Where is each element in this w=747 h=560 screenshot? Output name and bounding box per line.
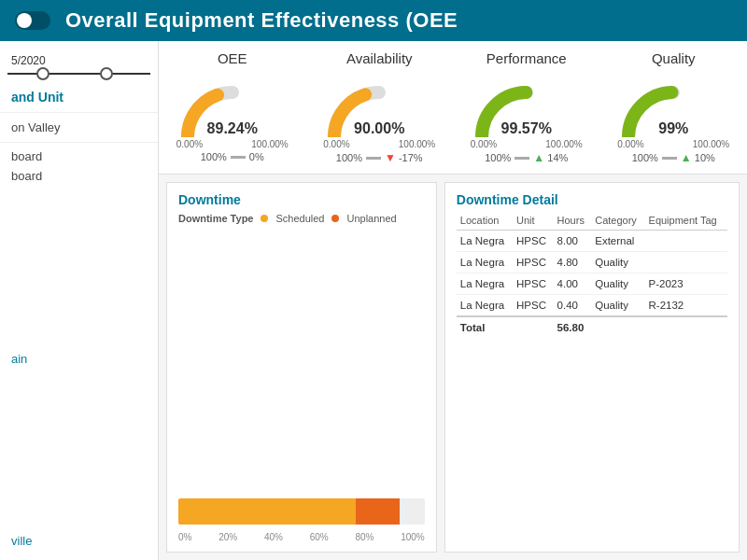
gauge-range-3: 0.00%100.00% xyxy=(617,139,729,149)
detail-row-2: La NegraHPSC4.00QualityP-2023 xyxy=(457,273,727,295)
range-max-3: 100.00% xyxy=(693,139,729,149)
gauge-footer-2: 100%▲ 14% xyxy=(485,151,568,164)
range-min-0: 0.00% xyxy=(176,139,203,149)
detail-cell-tag-0 xyxy=(645,231,727,252)
gauge-footer-1: 100%▼ -17% xyxy=(336,151,423,164)
detail-cell-tag-3: R-2132 xyxy=(645,295,727,317)
date-slider[interactable] xyxy=(0,69,158,82)
sidebar-divider-1 xyxy=(0,112,158,113)
unplanned-dot xyxy=(331,215,339,222)
gauge-quality: Quality99%0.00%100.00%100%▲ 10% xyxy=(603,50,743,164)
detail-cell-tag-1 xyxy=(645,252,727,273)
toggle-button[interactable] xyxy=(15,11,50,30)
downtime-panel: Downtime Downtime Type Scheduled Unplann… xyxy=(166,182,437,553)
slider-thumb-left[interactable] xyxy=(36,67,49,80)
col-unit: Unit xyxy=(513,213,554,231)
axis-100: 100% xyxy=(401,532,425,542)
detail-title: Downtime Detail xyxy=(457,192,727,207)
gauge-range-2: 0.00%100.00% xyxy=(471,139,583,149)
detail-cell-category-0: External xyxy=(591,231,644,252)
gauge-footer-right-0: 0% xyxy=(249,151,264,162)
detail-cell-tag-2: P-2023 xyxy=(645,273,727,295)
gauge-range-1: 0.00%100.00% xyxy=(323,139,435,149)
sidebar-nav-board-2[interactable]: board xyxy=(0,166,158,186)
sidebar: 5/2020 and Unit on Valley board board ai… xyxy=(0,41,159,560)
detail-cell-unit-1: HPSC xyxy=(513,252,554,273)
trend-icon-up: ▲ xyxy=(681,151,692,164)
sidebar-divider-2 xyxy=(0,142,158,143)
axis-20: 20% xyxy=(218,532,237,542)
sidebar-date: 5/2020 xyxy=(0,50,158,69)
detail-cell-unit-0: HPSC xyxy=(513,231,554,252)
gauge-label-0: OEE xyxy=(218,50,247,66)
detail-cell-category-1: Quality xyxy=(591,252,644,273)
axis-60: 60% xyxy=(310,532,329,542)
detail-cell-hours-2: 4.00 xyxy=(554,273,592,295)
detail-row-3: La NegraHPSC0.40QualityR-2132 xyxy=(457,295,727,317)
gauge-value-2: 99.57% xyxy=(471,120,583,137)
axis-80: 80% xyxy=(355,532,374,542)
range-max-1: 100.00% xyxy=(399,139,435,149)
detail-cell-unit-2: HPSC xyxy=(513,273,554,295)
axis-0: 0% xyxy=(178,532,191,542)
gauge-footer-right-1: ▼ -17% xyxy=(385,151,423,164)
col-location: Location xyxy=(457,213,513,231)
sidebar-nav-board-1[interactable]: board xyxy=(0,147,158,166)
detail-cell-location-2: La Negra xyxy=(457,273,513,295)
gauge-wrap-3: 99% xyxy=(617,72,729,137)
detail-cell-category-2: Quality xyxy=(591,273,644,295)
header: Overall Equipment Effectiveness (OEE xyxy=(0,0,747,41)
gauge-footer-left-3: 100% xyxy=(632,152,658,163)
slider-thumb-right[interactable] xyxy=(100,67,113,80)
detail-cell-hours-1: 4.80 xyxy=(554,252,592,273)
gauge-performance: Performance99.57%0.00%100.00%100%▲ 14% xyxy=(457,50,597,164)
content-area: OEE89.24%0.00%100.00%100%0%Availability9… xyxy=(159,41,747,560)
downtime-bar-area: 0% 20% 40% 60% 80% 100% xyxy=(178,231,425,542)
gauge-footer-left-1: 100% xyxy=(336,152,362,163)
gauge-dash-0 xyxy=(231,156,246,159)
detail-cell-hours-3: 0.40 xyxy=(554,295,592,317)
sidebar-location[interactable]: on Valley xyxy=(0,117,158,138)
total-tag xyxy=(645,316,727,338)
range-min-1: 0.00% xyxy=(323,139,349,149)
gauge-row: OEE89.24%0.00%100.00%100%0%Availability9… xyxy=(159,41,747,175)
unplanned-label: Unplanned xyxy=(346,213,396,224)
gauge-value-3: 99% xyxy=(617,120,729,137)
downtime-detail-panel: Downtime Detail Location Unit Hours Cate… xyxy=(444,182,740,553)
range-min-2: 0.00% xyxy=(471,139,497,149)
scheduled-dot xyxy=(261,215,268,222)
gauge-dash-3 xyxy=(662,157,677,160)
downtime-bar-track xyxy=(178,498,425,525)
gauge-footer-0: 100%0% xyxy=(201,151,264,162)
gauge-footer-3: 100%▲ 10% xyxy=(632,151,715,164)
downtime-bar-row xyxy=(178,498,425,525)
range-max-2: 100.00% xyxy=(545,139,582,149)
detail-table: Location Unit Hours Category Equipment T… xyxy=(457,213,727,338)
gauge-range-0: 0.00%100.00% xyxy=(176,139,289,149)
scheduled-label: Scheduled xyxy=(275,213,324,224)
gauge-value-1: 90.00% xyxy=(323,120,435,137)
bar-unplanned xyxy=(356,498,400,525)
total-unit xyxy=(513,316,554,338)
col-category: Category xyxy=(591,213,644,231)
gauge-footer-left-0: 100% xyxy=(201,151,227,162)
gauge-availability: Availability90.00%0.00%100.00%100%▼ -17% xyxy=(309,50,449,164)
sidebar-item-ville[interactable]: ville xyxy=(0,531,158,551)
downtime-legend: Downtime Type Scheduled Unplanned xyxy=(178,213,425,224)
detail-cell-location-0: La Negra xyxy=(457,231,513,252)
gauge-label-2: Performance xyxy=(486,50,567,66)
gauge-value-0: 89.24% xyxy=(176,120,289,137)
col-hours: Hours xyxy=(554,213,592,231)
gauge-footer-right-2: ▲ 14% xyxy=(533,151,568,164)
col-equipment-tag: Equipment Tag xyxy=(645,213,727,231)
sidebar-item-ain[interactable]: ain xyxy=(0,349,158,369)
gauge-label-3: Quality xyxy=(652,50,696,66)
total-hours: 56.80 xyxy=(554,316,592,338)
detail-cell-location-1: La Negra xyxy=(457,252,513,273)
range-min-3: 0.00% xyxy=(617,139,643,149)
bar-axis: 0% 20% 40% 60% 80% 100% xyxy=(178,532,425,542)
gauge-footer-left-2: 100% xyxy=(485,152,511,163)
page-title: Overall Equipment Effectiveness (OEE xyxy=(65,8,458,33)
gauge-dash-2 xyxy=(514,157,529,160)
axis-40: 40% xyxy=(264,532,283,542)
